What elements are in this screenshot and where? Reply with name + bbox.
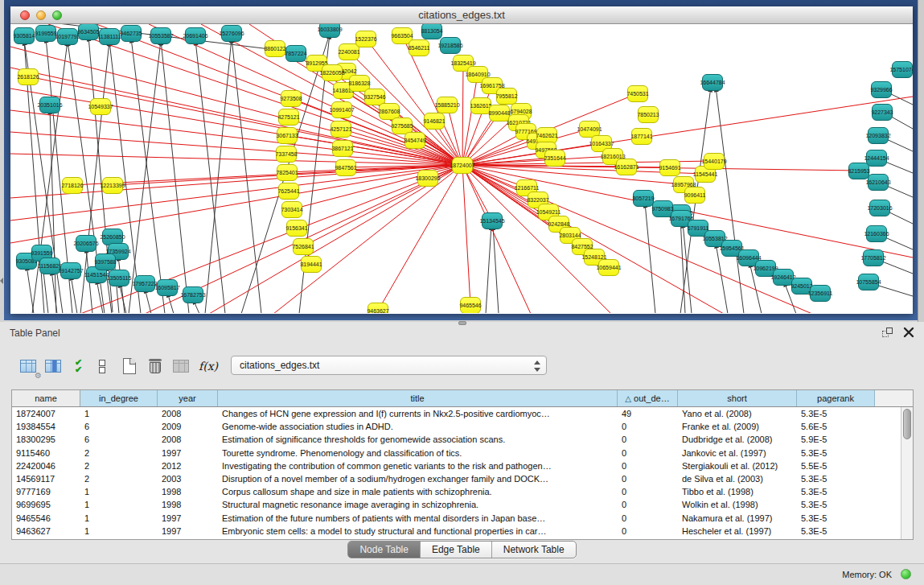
cell-in_degree[interactable]: 1 bbox=[80, 525, 158, 538]
graph-node[interactable]: 15440179 bbox=[704, 153, 725, 170]
graph-node[interactable]: 9465546 bbox=[460, 297, 481, 313]
graph-node[interactable]: 3867121 bbox=[332, 140, 353, 157]
graph-node[interactable]: 11381111 bbox=[99, 28, 120, 45]
graph-node[interactable]: 7625441 bbox=[278, 183, 299, 200]
cell-title[interactable]: Estimation of significance thresholds fo… bbox=[218, 433, 618, 446]
graph-node[interactable]: 12356911 bbox=[810, 285, 831, 302]
cell-title[interactable]: Estimation of the future numbers of pati… bbox=[218, 512, 618, 525]
graph-node[interactable]: 9634505 bbox=[78, 24, 99, 40]
cell-year[interactable]: 1998 bbox=[158, 498, 218, 511]
graph-node[interactable]: 2718126 bbox=[62, 177, 83, 194]
cell-in_degree[interactable]: 2 bbox=[80, 472, 158, 485]
table-row[interactable]: 946362711997Embryonic stem cells: a mode… bbox=[12, 525, 913, 538]
cell-year[interactable]: 1998 bbox=[158, 485, 218, 498]
table-settings-icon[interactable]: ⚙ bbox=[18, 356, 39, 377]
tab-edge-table[interactable]: Edge Table bbox=[421, 542, 492, 558]
graph-node[interactable]: 9227343 bbox=[872, 104, 893, 121]
graph-node[interactable]: 12444154 bbox=[866, 150, 887, 167]
cell-name[interactable]: 22420046 bbox=[12, 459, 80, 472]
cell-name[interactable]: 18724007 bbox=[12, 407, 80, 420]
graph-node[interactable]: 16644784 bbox=[702, 74, 723, 91]
graph-node[interactable]: 17705812 bbox=[863, 249, 884, 266]
graph-node[interactable]: 8813054 bbox=[421, 24, 442, 39]
graph-node[interactable]: 9329966 bbox=[871, 81, 892, 98]
cell-out_de[interactable]: 0 bbox=[618, 447, 678, 459]
graph-node[interactable]: 7303414 bbox=[281, 201, 302, 218]
graph-node[interactable]: 8454749 bbox=[405, 132, 425, 149]
table-row[interactable]: 1830029562008Estimation of significance … bbox=[12, 433, 913, 446]
cell-title[interactable]: Genome-wide association studies in ADHD. bbox=[218, 420, 618, 433]
cell-year[interactable]: 1997 bbox=[158, 447, 218, 459]
graph-node[interactable]: 7850213 bbox=[638, 106, 659, 123]
graph-node[interactable]: 8194441 bbox=[301, 256, 322, 273]
graph-node[interactable]: 18300295 bbox=[417, 170, 438, 187]
cell-short[interactable]: Hescheler et al. (1997) bbox=[678, 525, 797, 538]
graph-node[interactable]: 8990448 bbox=[489, 105, 510, 122]
tab-node-table[interactable]: Node Table bbox=[348, 542, 421, 558]
cell-name[interactable]: 9463627 bbox=[12, 525, 80, 538]
graph-node[interactable]: 9305814 bbox=[14, 27, 35, 44]
show-columns-icon[interactable] bbox=[43, 356, 64, 377]
graph-node[interactable]: 7825401 bbox=[277, 164, 298, 181]
cell-name[interactable]: 19384554 bbox=[12, 420, 80, 433]
table-row[interactable]: 1938455462009Genome-wide association stu… bbox=[12, 420, 913, 433]
column-header-title[interactable]: title bbox=[218, 390, 618, 406]
graph-node[interactable]: 4257121 bbox=[331, 121, 351, 138]
table-row[interactable]: 1456911722003Disruption of a novel membe… bbox=[12, 472, 913, 485]
graph-node[interactable]: 9273508 bbox=[281, 90, 302, 107]
graph-node[interactable]: 17203016 bbox=[869, 200, 890, 216]
graph-node[interactable]: 18226058 bbox=[322, 64, 343, 81]
cell-pagerank[interactable]: 5.9E-5 bbox=[797, 433, 875, 446]
graph-node[interactable]: 20206576 bbox=[76, 235, 97, 252]
graph-node[interactable]: 9463627 bbox=[368, 303, 388, 313]
table-row[interactable]: 946554611997Estimation of the future num… bbox=[12, 512, 913, 525]
graph-node[interactable]: 16162871 bbox=[616, 159, 637, 175]
cell-out_de[interactable]: 49 bbox=[618, 407, 678, 420]
graph-node[interactable]: 9199559 bbox=[35, 25, 56, 42]
cell-out_de[interactable]: 0 bbox=[618, 472, 678, 485]
graph-node[interactable]: 16782753 bbox=[183, 286, 203, 303]
graph-node[interactable]: 10659441 bbox=[598, 259, 619, 276]
cell-name[interactable]: 9777169 bbox=[12, 485, 80, 498]
close-panel-icon[interactable] bbox=[903, 326, 914, 338]
graph-node[interactable]: 10553587 bbox=[150, 27, 171, 44]
graph-node[interactable]: 20691406 bbox=[185, 27, 206, 44]
graph-node[interactable]: 15134545 bbox=[482, 212, 503, 229]
column-header-short[interactable]: short bbox=[678, 390, 797, 406]
cell-year[interactable]: 2008 bbox=[158, 433, 218, 446]
graph-node[interactable]: 8860122 bbox=[265, 40, 285, 57]
cell-title[interactable]: Tourette syndrome. Phenomenology and cla… bbox=[218, 447, 618, 459]
cell-out_de[interactable]: 0 bbox=[618, 459, 678, 472]
cell-year[interactable]: 1997 bbox=[158, 512, 218, 525]
table-row[interactable]: 911546021997Tourette syndrome. Phenomeno… bbox=[12, 447, 913, 459]
cell-title[interactable]: Corpus callosum shape and size in male p… bbox=[218, 485, 618, 498]
graph-node[interactable]: 13505115 bbox=[109, 270, 129, 286]
cell-short[interactable]: Tibbo et al. (1998) bbox=[678, 485, 797, 498]
cell-title[interactable]: Embryonic stem cells: a model to study s… bbox=[218, 525, 618, 538]
graph-node[interactable]: 9146821 bbox=[424, 113, 445, 130]
cell-pagerank[interactable]: 5.3E-5 bbox=[797, 485, 875, 498]
graph-node[interactable]: 19142757 bbox=[60, 262, 81, 279]
graph-node[interactable]: 15885210 bbox=[437, 97, 458, 113]
graph-node[interactable]: 10991407 bbox=[331, 101, 352, 118]
cell-title[interactable]: Investigating the contribution of common… bbox=[218, 459, 618, 472]
cell-in_degree[interactable]: 6 bbox=[80, 433, 158, 446]
graph-node[interactable]: 4275121 bbox=[278, 109, 299, 126]
network-window-titlebar[interactable]: citations_edges.txt bbox=[10, 6, 913, 24]
graph-node[interactable]: 9847561 bbox=[335, 159, 356, 176]
cell-short[interactable]: Wolkin et al. (1998) bbox=[678, 498, 797, 511]
graph-node[interactable]: 9462735 bbox=[121, 25, 142, 42]
cell-in_degree[interactable]: 6 bbox=[80, 420, 158, 433]
cell-in_degree[interactable]: 2 bbox=[80, 447, 158, 459]
graph-node[interactable]: 9154691 bbox=[659, 159, 680, 176]
cell-year[interactable]: 2008 bbox=[158, 407, 218, 420]
table-row[interactable]: 2242004622012Investigating the contribut… bbox=[12, 459, 913, 472]
graph-node[interactable]: 7526841 bbox=[293, 238, 314, 255]
cell-out_de[interactable]: 0 bbox=[618, 498, 678, 511]
table-row[interactable]: 969969511998Structural magnetic resonanc… bbox=[12, 498, 913, 511]
cell-short[interactable]: Yano et al. (2008) bbox=[678, 407, 797, 420]
collapse-left-arrow-icon[interactable] bbox=[0, 278, 3, 284]
cell-pagerank[interactable]: 5.3E-5 bbox=[797, 525, 875, 538]
table-row[interactable]: 977716911998Corpus callosum shape and si… bbox=[12, 485, 913, 498]
table-row[interactable]: 1872400712008Changes of HCN gene express… bbox=[12, 407, 913, 420]
